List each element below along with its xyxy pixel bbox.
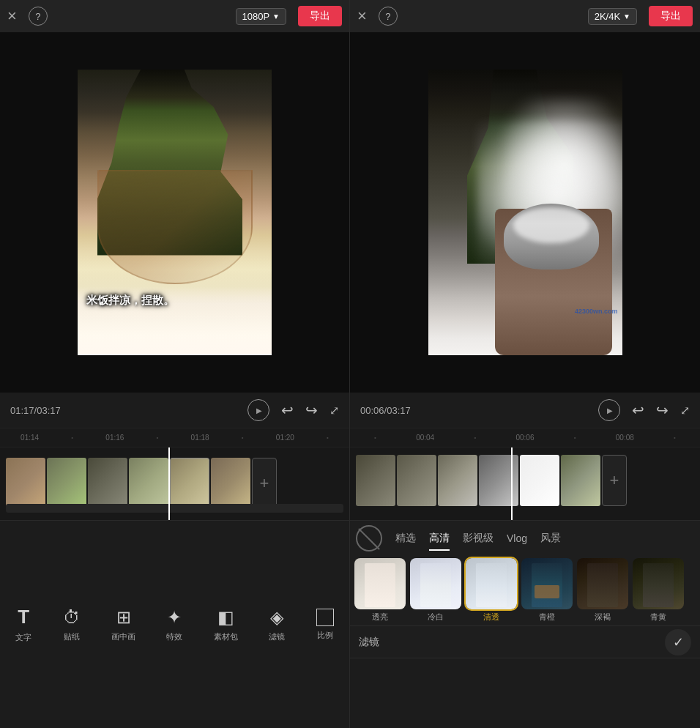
undo-button-right[interactable]: ↩: [632, 401, 644, 419]
right-bottom-spacer: [350, 658, 700, 728]
right-ruler: • 00:04 • 00:06 • 00:08 •: [350, 428, 700, 447]
left-top-right-controls: 1080P ▼ 导出: [236, 6, 343, 26]
ruler-mark-1: 01:14: [21, 434, 39, 442]
export-button-left[interactable]: 导出: [298, 6, 342, 26]
right-frame-3[interactable]: [438, 455, 477, 506]
right-track-frames: +: [350, 447, 700, 506]
expand-button-right[interactable]: ⤢: [680, 404, 690, 417]
left-video-scene: 米饭拌凉，捏散。: [78, 70, 272, 355]
redo-button-left[interactable]: ↪: [305, 401, 318, 419]
frame-5[interactable]: [170, 458, 209, 509]
add-clip-button-left[interactable]: +: [252, 458, 277, 509]
tool-effects[interactable]: ✦ 特效: [166, 607, 182, 642]
right-timeline[interactable]: +: [350, 447, 700, 520]
filter-bottom-bar: 滤镜 ✓: [350, 625, 700, 658]
tool-text[interactable]: T 文字: [15, 606, 31, 643]
right-ruler-mark-1: 00:04: [416, 434, 434, 442]
filter-tab-fengjing[interactable]: 风景: [540, 532, 561, 545]
expand-button-left[interactable]: ⤢: [329, 404, 339, 417]
left-time-display: 01:17/03:17: [10, 405, 61, 416]
ruler-mark-3: 01:18: [191, 434, 209, 442]
filter-item-qinghuang[interactable]: 青黄: [633, 558, 684, 623]
close-button-left[interactable]: ×: [7, 7, 17, 26]
right-frame-1[interactable]: [356, 455, 395, 506]
active-tab-indicator: [429, 549, 450, 551]
tool-ratio[interactable]: 比例: [316, 609, 334, 641]
ruler-mark-2: 01:16: [105, 434, 124, 442]
left-controls: 01:17/03:17 ▶ ↩ ↪ ⤢: [0, 393, 349, 428]
right-preview: 42300wn.com: [350, 32, 700, 393]
resolution-button-right[interactable]: 2K/4K ▼: [588, 8, 637, 25]
frame-1[interactable]: [6, 458, 45, 509]
audio-track-left: [6, 504, 343, 513]
play-button-left[interactable]: ▶: [247, 399, 269, 421]
filter-confirm-button[interactable]: ✓: [665, 629, 691, 655]
right-panel: × ? 2K/4K ▼ 导出: [350, 0, 700, 728]
undo-button-left[interactable]: ↩: [281, 401, 294, 419]
right-playback-controls: ▶ ↩ ↪ ⤢: [598, 399, 690, 421]
filter-tab-yingshiji[interactable]: 影视级: [463, 532, 494, 545]
subtitle-overlay: 米饭拌凉，捏散。: [86, 294, 263, 308]
watermark-right: 42300wn.com: [575, 308, 618, 315]
filter-item-qingtu[interactable]: 清透: [466, 558, 517, 623]
tool-materials[interactable]: ◧ 素材包: [214, 607, 238, 642]
right-controls: 00:06/03:17 ▶ ↩ ↪ ⤢: [350, 393, 700, 428]
export-button-right[interactable]: 导出: [649, 6, 693, 26]
left-panel: × ? 1080P ▼ 导出: [0, 0, 350, 728]
right-frame-5[interactable]: [520, 455, 559, 506]
filter-tab-gaoquan[interactable]: 高清: [429, 532, 450, 543]
redo-button-right[interactable]: ↪: [656, 401, 669, 419]
right-frame-2[interactable]: [397, 455, 436, 506]
right-topbar: × ? 2K/4K ▼ 导出: [350, 0, 700, 32]
tool-sticker[interactable]: ⏱ 贴纸: [63, 607, 81, 642]
no-filter-button[interactable]: [356, 525, 382, 551]
left-toolbar: T 文字 ⏱ 贴纸 ⊞ 画中画 ✦ 特效 ◧ 素材包 ◈ 滤镜: [0, 520, 349, 728]
filter-tab-gaoquan-wrapper: 高清: [429, 531, 450, 545]
close-button-right[interactable]: ×: [357, 7, 367, 26]
tool-filter[interactable]: ◈ 滤镜: [269, 607, 285, 642]
filter-item-touming[interactable]: 透亮: [354, 558, 406, 623]
app-container: × ? 1080P ▼ 导出: [0, 0, 700, 728]
filter-tab-jingxuan[interactable]: 精选: [395, 532, 416, 545]
help-button-right[interactable]: ?: [379, 7, 398, 26]
play-button-right[interactable]: ▶: [598, 399, 620, 421]
help-button-left[interactable]: ?: [29, 7, 48, 26]
left-playback-controls: ▶ ↩ ↪ ⤢: [247, 399, 339, 421]
filter-items-row: 透亮 冷白 清透: [350, 555, 700, 625]
add-clip-button-right[interactable]: +: [602, 455, 627, 506]
filter-item-qingcheng[interactable]: 青橙: [521, 558, 573, 623]
ruler-mark-4: 01:20: [276, 434, 294, 442]
frame-3[interactable]: [88, 458, 127, 509]
playhead-left: [168, 447, 170, 520]
right-ruler-mark-3: 00:08: [616, 434, 634, 442]
filter-tab-vlog[interactable]: Vlog: [507, 532, 527, 544]
right-video-scene: 42300wn.com: [428, 70, 622, 355]
right-time-display: 00:06/03:17: [360, 405, 411, 416]
filter-bottom-label: 滤镜: [359, 636, 379, 649]
playhead-right: [511, 447, 513, 520]
right-video-canvas: 42300wn.com: [428, 70, 622, 355]
left-ruler: 01:14 • 01:16 • 01:18 • 01:20 •: [0, 428, 349, 447]
right-top-left-controls: × ?: [357, 7, 398, 26]
left-top-left-controls: × ?: [7, 7, 48, 26]
right-ruler-mark-2: 00:06: [515, 434, 534, 442]
right-top-right-controls: 2K/4K ▼ 导出: [588, 6, 693, 26]
filter-tabs: 精选 高清 影视级 Vlog 风景: [350, 520, 700, 555]
left-timeline[interactable]: +: [0, 447, 349, 520]
frame-6[interactable]: [211, 458, 250, 509]
filter-item-shenzong[interactable]: 深褐: [577, 558, 628, 623]
left-topbar: × ? 1080P ▼ 导出: [0, 0, 349, 32]
left-track-frames: +: [0, 447, 349, 509]
filter-item-lengbai[interactable]: 冷白: [410, 558, 461, 623]
right-frame-6[interactable]: [561, 455, 600, 506]
resolution-button-left[interactable]: 1080P ▼: [236, 8, 287, 25]
tool-pip[interactable]: ⊞ 画中画: [111, 607, 135, 642]
frame-2[interactable]: [47, 458, 86, 509]
frame-4[interactable]: [129, 458, 168, 509]
left-preview: 米饭拌凉，捏散。: [0, 32, 349, 393]
left-video-canvas: 米饭拌凉，捏散。: [78, 70, 272, 355]
